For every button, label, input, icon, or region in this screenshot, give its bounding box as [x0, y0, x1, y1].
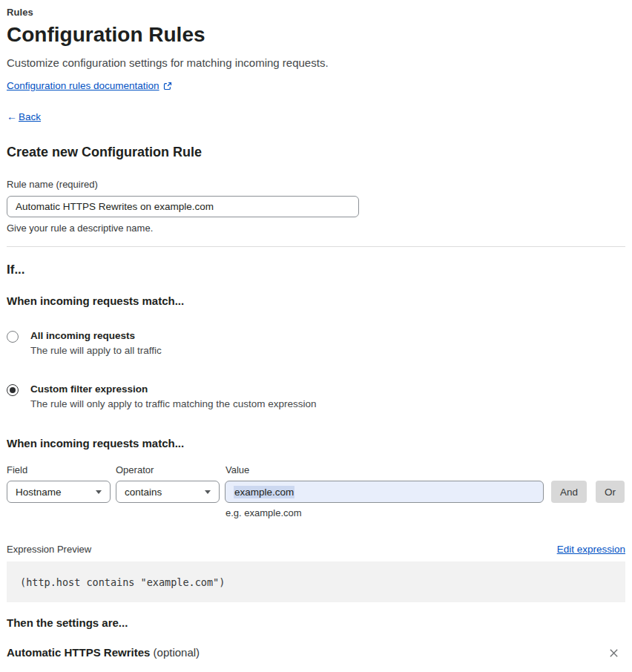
value-label: Value — [226, 464, 249, 475]
value-input-text: example.com — [234, 486, 294, 498]
operator-label: Operator — [116, 464, 226, 475]
rule-name-label: Rule name (required) — [7, 179, 625, 190]
radio-option-all-requests[interactable]: All incoming requests The rule will appl… — [7, 330, 625, 356]
radio-description: The rule will only apply to traffic matc… — [30, 398, 316, 409]
breadcrumb: Rules — [7, 7, 625, 18]
expression-preview-row: Expression Preview Edit expression — [7, 544, 625, 555]
back-row: ← Back — [7, 111, 625, 122]
field-select[interactable]: Hostname — [7, 481, 111, 503]
value-input[interactable]: example.com — [225, 481, 544, 503]
chevron-down-icon — [96, 490, 102, 494]
operator-select[interactable]: contains — [116, 481, 220, 503]
chevron-down-icon — [205, 490, 211, 494]
rule-name-input[interactable] — [7, 196, 359, 217]
external-link-icon — [163, 82, 172, 90]
if-heading: If... — [7, 263, 625, 277]
then-settings-heading: Then the settings are... — [7, 616, 625, 629]
edit-expression-link[interactable]: Edit expression — [557, 544, 625, 555]
builder-heading: When incoming requests match... — [7, 437, 625, 449]
expression-preview-label: Expression Preview — [7, 544, 91, 555]
operator-select-value: contains — [125, 487, 162, 498]
and-button[interactable]: And — [551, 481, 587, 503]
close-icon[interactable] — [607, 646, 621, 662]
rule-name-help: Give your rule a descriptive name. — [7, 223, 625, 234]
radio-option-custom-expression[interactable]: Custom filter expression The rule will o… — [7, 383, 625, 409]
match-heading: When incoming requests match... — [7, 294, 625, 307]
radio-description: The rule will apply to all traffic — [30, 345, 162, 356]
or-button[interactable]: Or — [596, 481, 625, 503]
radio-label: Custom filter expression — [30, 383, 316, 395]
value-help-text: e.g. example.com — [226, 507, 625, 518]
field-label: Field — [7, 464, 116, 475]
expression-preview-code: (http.host contains "example.com") — [7, 561, 625, 602]
expression-builder-row: Hostname contains example.com And Or — [7, 481, 625, 503]
back-link[interactable]: Back — [19, 111, 41, 122]
radio-button-icon[interactable] — [7, 384, 19, 396]
back-arrow-icon: ← — [7, 111, 17, 122]
setting-header: Automatic HTTPS Rewrites (optional) — [7, 646, 625, 662]
radio-label: All incoming requests — [30, 330, 162, 341]
builder-column-labels: Field Operator Value — [7, 464, 625, 475]
setting-title-name: Automatic HTTPS Rewrites — [7, 646, 150, 659]
documentation-link[interactable]: Configuration rules documentation — [7, 80, 159, 91]
field-select-value: Hostname — [16, 487, 62, 498]
page-subtitle: Customize configuration settings for mat… — [7, 56, 625, 69]
radio-button-icon[interactable] — [7, 331, 19, 343]
documentation-row: Configuration rules documentation — [7, 80, 625, 91]
page-title: Configuration Rules — [7, 23, 625, 47]
setting-title: Automatic HTTPS Rewrites (optional) — [7, 646, 200, 659]
setting-title-optional: (optional) — [154, 646, 200, 659]
create-rule-heading: Create new Configuration Rule — [7, 145, 625, 160]
section-divider — [7, 246, 625, 247]
